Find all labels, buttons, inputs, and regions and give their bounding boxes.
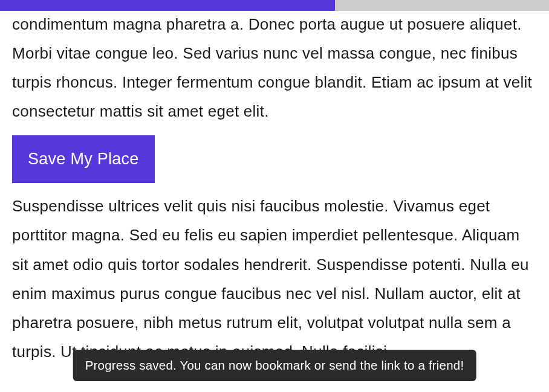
progress-bar	[0, 0, 549, 11]
save-place-button[interactable]: Save My Place	[12, 135, 155, 183]
toast-notification: Progress saved. You can now bookmark or …	[73, 350, 476, 381]
progress-bar-fill	[0, 0, 335, 11]
paragraph-text: Suspendisse ultrices velit quis nisi fau…	[12, 191, 537, 366]
article-content: condimentum magna pharetra a. Donec port…	[0, 10, 549, 378]
paragraph-text: condimentum magna pharetra a. Donec port…	[12, 10, 537, 126]
